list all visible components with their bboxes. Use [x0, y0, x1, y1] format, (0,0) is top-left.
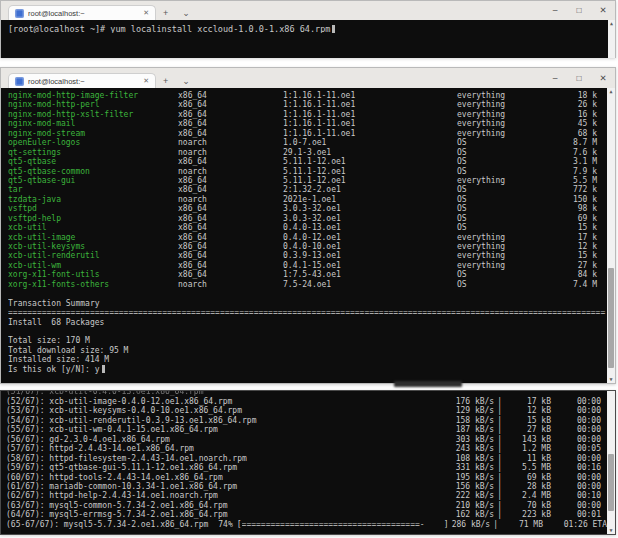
- maximize-button[interactable]: □: [567, 1, 591, 20]
- progress-speed: 286 kB/s: [449, 520, 491, 529]
- pipe-separator: |: [494, 454, 505, 463]
- close-button[interactable]: ✕: [591, 69, 615, 88]
- package-arch: noarch: [178, 138, 283, 147]
- tab-dropdown-icon[interactable]: ⌄: [175, 74, 197, 88]
- maximize-button[interactable]: □: [567, 69, 591, 88]
- package-arch: x86_64: [178, 91, 283, 100]
- download-time: 00:00: [551, 501, 601, 510]
- table-row: qt-settings noarch 29.1-3.oe1 OS 7.6 k: [8, 148, 615, 157]
- download-speed: 303 kB/s: [436, 435, 494, 444]
- new-tab-button[interactable]: +: [156, 6, 175, 20]
- package-repo: OS: [457, 185, 569, 194]
- package-version: 5.11.1-12.oe1: [283, 157, 457, 166]
- minimize-button[interactable]: –: [543, 69, 567, 88]
- download-size: 15 kB: [505, 416, 551, 425]
- download-size: 12 kB: [505, 406, 551, 415]
- download-file: (57/67): httpd-2.4.43-14.oe1.x86_64.rpm: [6, 444, 436, 453]
- scrollbar[interactable]: ▲: [608, 20, 615, 58]
- scroll-up-icon[interactable]: ▲: [608, 20, 615, 27]
- scroll-down-icon[interactable]: ▼: [607, 376, 615, 383]
- package-repo: OS: [457, 157, 569, 166]
- terminal-output: nginx-mod-http-image-filter x86_64 1:1.1…: [1, 88, 615, 383]
- download-time: 00:00: [551, 425, 601, 434]
- table-row: vsftpd-help x86_64 3.0.3-32.oe1 OS 69 k: [8, 214, 615, 223]
- download-file: (62/67): httpd-help-2.4.43-14.oe1.noarch…: [6, 491, 436, 500]
- download-file: (54/67): xcb-util-renderutil-0.3.9-13.oe…: [6, 416, 436, 425]
- package-name: xcb-util-image: [8, 233, 178, 242]
- scrollbar-thumb[interactable]: [608, 268, 614, 368]
- scrollbar[interactable]: ▲ ▼: [607, 88, 615, 383]
- download-row: (53/67): xcb-util-keysyms-0.4.0-10.oe1.x…: [6, 406, 615, 415]
- tab-close-icon[interactable]: ✕: [143, 9, 149, 17]
- blank-line: [8, 289, 615, 298]
- table-row: xcb-util-wm x86_64 0.4.1-15.oe1 everythi…: [8, 261, 615, 270]
- download-row: (64/67): mysql5-errmsg-5.7.34-2.oe1.x86_…: [6, 510, 615, 519]
- package-version: 1:7.5-43.oe1: [283, 270, 457, 279]
- scrollbar-thumb[interactable]: [608, 454, 614, 511]
- package-version: 2:1.32-2.oe1: [283, 185, 457, 194]
- scroll-up-icon[interactable]: ▲: [607, 88, 615, 95]
- download-row: (61/67): mariadb-common-10.3.34-1.oe1.x8…: [6, 482, 615, 491]
- terminal-output: (51/67): xcb-util-0.4.0-13.oe1.x86_64.rp…: [1, 391, 615, 534]
- package-version: 0.3.9-13.oe1: [283, 251, 457, 260]
- terminal-window-bottom: (51/67): xcb-util-0.4.0-13.oe1.x86_64.rp…: [0, 390, 616, 535]
- download-size: 1.2 MB: [505, 444, 551, 453]
- terminal-window-top: root@localhost:~ ✕ + ⌄ – □ ✕ [root@local…: [0, 0, 616, 58]
- download-time: 00:05: [551, 444, 601, 453]
- package-version: 1:1.16.1-11.oe1: [283, 119, 457, 128]
- download-time: 00:00: [551, 406, 601, 415]
- scroll-down-icon[interactable]: ▼: [607, 527, 615, 534]
- pipe-separator: |: [494, 463, 505, 472]
- tab-close-icon[interactable]: ✕: [143, 77, 149, 85]
- package-name: nginx-mod-http-xslt-filter: [8, 110, 178, 119]
- package-repo: everything: [457, 261, 569, 270]
- download-time: 00:00: [551, 473, 601, 482]
- close-button[interactable]: ✕: [591, 1, 615, 20]
- progress-percent: 74%: [208, 520, 236, 529]
- download-size: 5.5 MB: [505, 463, 551, 472]
- download-progress-row: (65-67/67): mysql5-5.7.34-2.oe1.x86_64.r…: [6, 520, 615, 529]
- package-arch: x86_64: [178, 129, 283, 138]
- package-arch: x86_64: [178, 251, 283, 260]
- package-name: tar: [8, 185, 178, 194]
- package-arch: x86_64: [178, 176, 283, 185]
- tab-root-localhost[interactable]: root@localhost:~ ✕: [8, 73, 156, 88]
- download-row: (60/67): httpd-tools-2.4.43-14.oe1.x86_6…: [6, 473, 615, 482]
- package-repo: everything: [457, 251, 569, 260]
- package-repo: OS: [457, 148, 569, 157]
- download-row: (63/67): mysql5-common-5.7.34-2.oe1.x86_…: [6, 501, 615, 510]
- download-time: 00:00: [551, 482, 601, 491]
- download-row: (58/67): httpd-filesystem-2.4.43-14.oe1.…: [6, 454, 615, 463]
- download-size: 28 kB: [505, 482, 551, 491]
- download-file: (53/67): xcb-util-keysyms-0.4.0-10.oe1.x…: [6, 406, 436, 415]
- table-row: openEuler-logos noarch 1.0-7.oe1 OS 8.7 …: [8, 138, 615, 147]
- download-speed: 158 kB/s: [436, 416, 494, 425]
- minimize-button[interactable]: –: [543, 1, 567, 20]
- package-repo: everything: [457, 110, 569, 119]
- download-speed: 108 kB/s: [436, 454, 494, 463]
- package-name: vsftpd-help: [8, 214, 178, 223]
- total-size-line: Total size: 170 M: [8, 336, 615, 345]
- package-arch: x86_64: [178, 157, 283, 166]
- progress-eta: 01:26 ETA: [543, 520, 607, 529]
- table-row: qt5-qtbase-gui x86_64 5.11.1-12.oe1 ever…: [8, 176, 615, 185]
- tab-dropdown-icon[interactable]: ⌄: [175, 6, 197, 20]
- tab-root-localhost[interactable]: root@localhost:~ ✕: [8, 5, 156, 20]
- package-repo: everything: [457, 242, 569, 251]
- download-size: 11 kB: [505, 454, 551, 463]
- package-name: nginx-mod-http-image-filter: [8, 91, 178, 100]
- download-row: (54/67): xcb-util-renderutil-0.3.9-13.oe…: [6, 416, 615, 425]
- desktop: root@localhost:~ ✕ + ⌄ – □ ✕ [root@local…: [0, 0, 618, 538]
- scrollbar[interactable]: ▼: [607, 391, 615, 534]
- package-version: 0.4.0-10.oe1: [283, 242, 457, 251]
- package-name: xorg-x11-fonts-others: [8, 280, 178, 289]
- package-name: openEuler-logos: [8, 138, 178, 147]
- package-repo: everything: [457, 129, 569, 138]
- package-repo: everything: [457, 176, 569, 185]
- new-tab-button[interactable]: +: [156, 74, 175, 88]
- pipe-separator: |: [494, 435, 505, 444]
- titlebar: root@localhost:~ ✕ + ⌄ – □ ✕: [1, 1, 615, 20]
- download-size: 70 kB: [505, 501, 551, 510]
- download-row: (59/67): qt5-qtbase-gui-5.11.1-12.oe1.x8…: [6, 463, 615, 472]
- package-name: qt-settings: [8, 148, 178, 157]
